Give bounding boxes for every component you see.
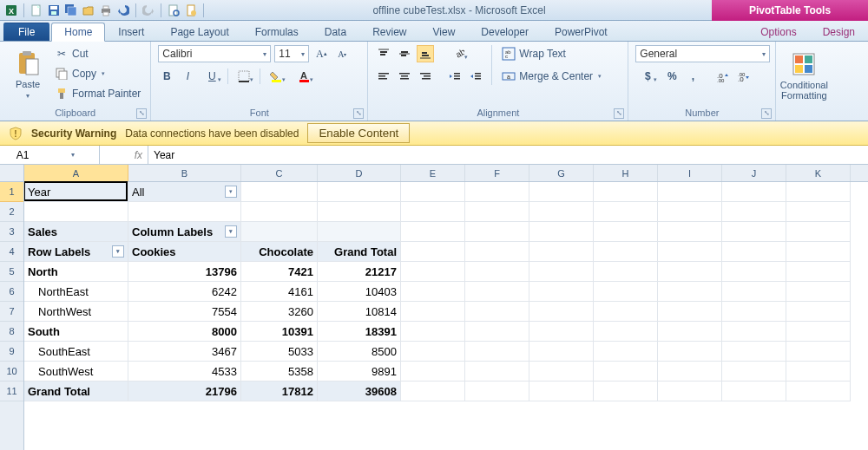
paste-button[interactable]: Paste ▾ [7,45,49,106]
cell[interactable]: 5358 [241,362,318,382]
cell[interactable] [401,182,465,202]
filter-dropdown-icon[interactable]: ▾ [225,225,237,238]
save-all-icon[interactable] [63,3,79,18]
excel-icon[interactable]: X [3,3,19,18]
fx-button[interactable]: fx [100,146,148,164]
row-header-7[interactable]: 7 [0,302,23,322]
clipboard-launcher[interactable]: ⤡ [136,108,147,119]
row-header-11[interactable]: 11 [0,382,23,401]
cell[interactable] [658,222,722,242]
cell[interactable] [318,202,401,222]
cell[interactable] [465,382,529,401]
redo-icon[interactable] [141,3,156,18]
tab-home[interactable]: Home [51,23,105,42]
cell[interactable] [594,282,658,302]
cell[interactable]: North [24,262,128,282]
cell[interactable]: Sales [24,222,128,242]
cell[interactable]: 10814 [318,302,401,322]
cell[interactable] [786,342,851,362]
cell[interactable] [658,362,722,382]
tab-page-layout[interactable]: Page Layout [157,23,241,41]
cell[interactable] [722,302,786,322]
row-header-4[interactable]: 4 [0,242,23,262]
cell[interactable]: 18391 [318,322,401,342]
align-left-button[interactable] [375,68,392,85]
cell[interactable]: Cookies [128,242,241,262]
cell[interactable] [594,182,658,202]
cell[interactable] [318,182,401,202]
cell[interactable]: 5033 [241,342,318,362]
alignment-launcher[interactable]: ⤡ [614,108,624,119]
print-icon[interactable] [98,3,114,18]
cell[interactable]: NorthWest [24,302,128,322]
cell[interactable]: SouthWest [24,362,128,382]
cell[interactable]: 4161 [241,282,318,302]
cell[interactable] [401,322,465,342]
save-icon[interactable] [46,3,62,18]
tab-data[interactable]: Data [312,23,359,41]
cell[interactable] [401,362,465,382]
cell[interactable] [722,222,786,242]
column-header-A[interactable]: A [24,165,128,181]
filter-dropdown-icon[interactable]: ▾ [112,245,124,258]
cell[interactable] [722,322,786,342]
fill-color-button[interactable] [264,68,288,85]
cell[interactable]: 9891 [318,362,401,382]
merge-center-button[interactable]: aMerge & Center▾ [499,68,604,85]
column-header-I[interactable]: I [658,165,722,181]
column-header-D[interactable]: D [318,165,401,181]
font-color-button[interactable]: A [292,68,316,85]
cell[interactable]: 7421 [241,262,318,282]
cell[interactable]: 3467 [128,342,241,362]
shrink-font-button[interactable]: A▾ [333,45,351,62]
cell[interactable] [465,222,529,242]
italic-button[interactable]: I [179,68,196,85]
cell[interactable] [529,222,594,242]
cell[interactable] [465,362,529,382]
cell[interactable] [401,202,465,222]
number-format-dropdown[interactable]: General▾ [635,45,770,62]
cell[interactable]: Grand Total [24,382,128,401]
undo-icon[interactable] [115,3,131,18]
cell[interactable] [786,202,851,222]
cell[interactable] [594,322,658,342]
cell[interactable] [24,202,128,222]
row-header-10[interactable]: 10 [0,362,23,382]
align-top-button[interactable] [375,45,392,62]
font-name-dropdown[interactable]: Calibri▾ [158,45,271,62]
font-size-dropdown[interactable]: 11▾ [274,45,309,62]
cell[interactable] [465,242,529,262]
percent-button[interactable]: % [663,68,681,85]
cell[interactable] [722,242,786,262]
cell[interactable] [529,202,594,222]
cell[interactable] [786,282,851,302]
cell[interactable] [658,242,722,262]
tab-powerpivot[interactable]: PowerPivot [542,23,621,41]
row-header-8[interactable]: 8 [0,322,23,342]
cell[interactable]: 3260 [241,302,318,322]
cell[interactable] [401,242,465,262]
cell[interactable] [128,202,241,222]
align-center-button[interactable] [396,68,413,85]
cell[interactable] [594,362,658,382]
cell[interactable]: 4533 [128,362,241,382]
tab-developer[interactable]: Developer [468,23,542,41]
filter-dropdown-icon[interactable]: ▾ [225,186,237,198]
align-middle-button[interactable] [396,45,413,62]
cell[interactable] [658,302,722,322]
tab-design[interactable]: Design [810,23,868,41]
copy-button[interactable]: Copy▾ [52,65,143,82]
font-launcher[interactable]: ⤡ [353,108,364,119]
cell[interactable] [786,302,851,322]
column-header-H[interactable]: H [594,165,658,181]
cell[interactable] [529,242,594,262]
cell[interactable] [594,382,658,401]
cell[interactable]: 13796 [128,262,241,282]
cell[interactable] [594,262,658,282]
conditional-formatting-button[interactable]: Conditional Formatting [783,45,825,106]
cell[interactable] [529,382,594,401]
cell[interactable]: 7554 [128,302,241,322]
cell[interactable]: 8500 [318,342,401,362]
cell[interactable] [241,222,318,242]
cell[interactable] [722,342,786,362]
